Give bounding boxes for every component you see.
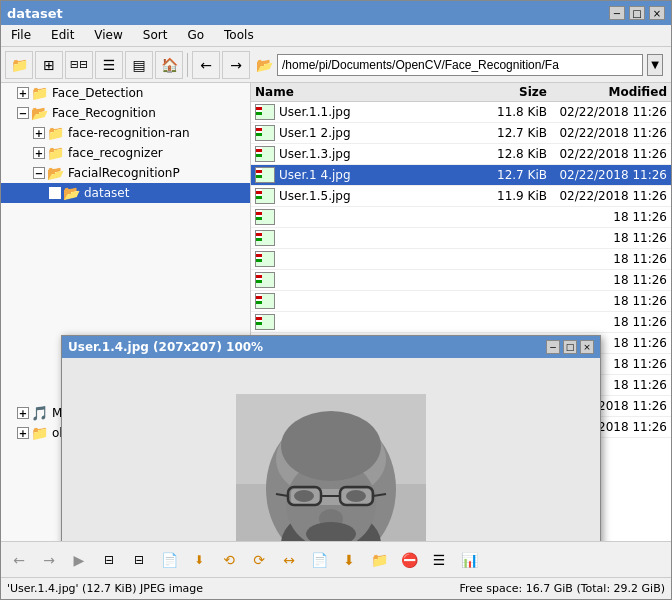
file-size: 12.7 KiB	[467, 126, 547, 140]
page-button[interactable]: 📄	[155, 546, 183, 574]
folder-icon: 📁	[31, 85, 48, 101]
collapse-face-recognition[interactable]: −	[17, 107, 29, 119]
zoom-out-button[interactable]: ⊟	[95, 546, 123, 574]
expand-music[interactable]: +	[17, 407, 29, 419]
sidebar-item-face-detection[interactable]: + 📁 Face_Detection	[1, 83, 250, 103]
popup-title: User.1.4.jpg (207x207) 100%	[68, 340, 263, 354]
list-button[interactable]: ☰	[425, 546, 453, 574]
file-row[interactable]: User.1 2.jpg 12.7 KiB 02/22/2018 11:26	[251, 123, 671, 144]
file-name: User.1.5.jpg	[279, 189, 467, 203]
save-button[interactable]: ⬇	[335, 546, 363, 574]
sidebar-item-face-recognition[interactable]: − 📂 Face_Recognition	[1, 103, 250, 123]
zoom-in-button[interactable]: ⊟	[125, 546, 153, 574]
popup-minimize[interactable]: −	[546, 340, 560, 354]
file-row[interactable]: 18 11:26	[251, 291, 671, 312]
menu-sort[interactable]: Sort	[137, 27, 174, 44]
file-modified: 18 11:26	[547, 294, 667, 308]
popup-window: User.1.4.jpg (207x207) 100% − □ ×	[61, 335, 601, 541]
sidebar-item-facial-recognition-p[interactable]: − 📂 FacialRecognitionP	[1, 163, 250, 183]
col-name-header[interactable]: Name	[255, 85, 467, 99]
expand-oldconffiles[interactable]: +	[17, 427, 29, 439]
file-row[interactable]: 18 11:26	[251, 228, 671, 249]
toolbar-icon-view[interactable]: ⊞	[35, 51, 63, 79]
maximize-button[interactable]: □	[629, 6, 645, 20]
toolbar-list-view[interactable]: ▤	[125, 51, 153, 79]
menu-view[interactable]: View	[88, 27, 128, 44]
folder-music-icon: 🎵	[31, 405, 48, 421]
folder-icon4: 📁	[31, 425, 48, 441]
sidebar-item-face-recognizer[interactable]: + 📁 face_recognizer	[1, 143, 250, 163]
file-icon	[255, 314, 275, 330]
file-modified: 02/22/2018 11:26	[547, 168, 667, 182]
col-size-header[interactable]: Size	[467, 85, 547, 99]
play-button[interactable]: ▶	[65, 546, 93, 574]
title-bar-buttons: − □ ×	[609, 6, 665, 20]
sidebar-item-face-recognition-ran[interactable]: + 📁 face-recognition-ran	[1, 123, 250, 143]
copy-button[interactable]: 📄	[305, 546, 333, 574]
toolbar-forward[interactable]: →	[222, 51, 250, 79]
popup-maximize[interactable]: □	[563, 340, 577, 354]
title-bar: dataset − □ ×	[1, 1, 671, 25]
sidebar-label-face-detection: Face_Detection	[52, 86, 143, 100]
face-image	[236, 394, 426, 542]
flip-button[interactable]: ↔	[275, 546, 303, 574]
rotate-left-button[interactable]: ⟲	[215, 546, 243, 574]
file-row[interactable]: User.1.1.jpg 11.8 KiB 02/22/2018 11:26	[251, 102, 671, 123]
popup-close[interactable]: ×	[580, 340, 594, 354]
toolbar: 📁 ⊞ ⊟⊟ ☰ ▤ 🏠 ← → 📂 ▼	[1, 47, 671, 83]
menu-file[interactable]: File	[5, 27, 37, 44]
chart-button[interactable]: 📊	[455, 546, 483, 574]
file-size: 11.9 KiB	[467, 189, 547, 203]
minimize-button[interactable]: −	[609, 6, 625, 20]
file-name: User.1.3.jpg	[279, 147, 467, 161]
file-icon	[255, 251, 275, 267]
file-row[interactable]: User.1.3.jpg 12.8 KiB 02/22/2018 11:26	[251, 144, 671, 165]
expand-face-recognizer[interactable]: +	[33, 147, 45, 159]
file-icon	[255, 209, 275, 225]
rotate-right-button[interactable]: ⟳	[245, 546, 273, 574]
file-name: User.1 4.jpg	[279, 168, 467, 182]
file-row[interactable]: 18 11:26	[251, 312, 671, 333]
file-row[interactable]: 18 11:26	[251, 249, 671, 270]
sidebar-label-face-recognition: Face_Recognition	[52, 106, 156, 120]
status-bar: 'User.1.4.jpg' (12.7 KiB) JPEG image Fre…	[1, 577, 671, 599]
popup-buttons: − □ ×	[546, 340, 594, 354]
menu-go[interactable]: Go	[181, 27, 210, 44]
file-icon	[255, 293, 275, 309]
collapse-facial-recognition-p[interactable]: −	[33, 167, 45, 179]
file-icon	[255, 125, 275, 141]
sidebar-item-dataset[interactable]: + 📂 dataset	[1, 183, 250, 203]
svg-point-14	[294, 490, 314, 502]
popup-content	[62, 358, 600, 541]
toolbar-detail-view[interactable]: ☰	[95, 51, 123, 79]
menu-bar: File Edit View Sort Go Tools	[1, 25, 671, 47]
file-name: User.1 2.jpg	[279, 126, 467, 140]
nav-back-button[interactable]: ←	[5, 546, 33, 574]
file-modified: 18 11:26	[547, 210, 667, 224]
file-row-selected[interactable]: User.1 4.jpg 12.7 KiB 02/22/2018 11:26	[251, 165, 671, 186]
toolbar-back[interactable]: ←	[192, 51, 220, 79]
file-row[interactable]: 18 11:26	[251, 207, 671, 228]
nav-forward-button[interactable]: →	[35, 546, 63, 574]
file-row[interactable]: User.1.5.jpg 11.9 KiB 02/22/2018 11:26	[251, 186, 671, 207]
toolbar-compact-view[interactable]: ⊟⊟	[65, 51, 93, 79]
file-icon	[255, 188, 275, 204]
download-button[interactable]: ⬇	[185, 546, 213, 574]
expand-face-detection[interactable]: +	[17, 87, 29, 99]
file-row[interactable]: 18 11:26	[251, 270, 671, 291]
folder-open-icon2: 📂	[47, 165, 64, 181]
address-input[interactable]	[277, 54, 643, 76]
close-button[interactable]: ×	[649, 6, 665, 20]
address-dropdown[interactable]: ▼	[647, 54, 663, 76]
stop-button[interactable]: ⛔	[395, 546, 423, 574]
file-icon	[255, 230, 275, 246]
menu-tools[interactable]: Tools	[218, 27, 260, 44]
folder-button[interactable]: 📁	[365, 546, 393, 574]
expand-dataset[interactable]: +	[49, 187, 61, 199]
file-modified: 02/22/2018 11:26	[547, 105, 667, 119]
toolbar-home[interactable]: 🏠	[155, 51, 183, 79]
expand-face-recognition-ran[interactable]: +	[33, 127, 45, 139]
menu-edit[interactable]: Edit	[45, 27, 80, 44]
toolbar-new-folder[interactable]: 📁	[5, 51, 33, 79]
col-modified-header[interactable]: Modified	[547, 85, 667, 99]
